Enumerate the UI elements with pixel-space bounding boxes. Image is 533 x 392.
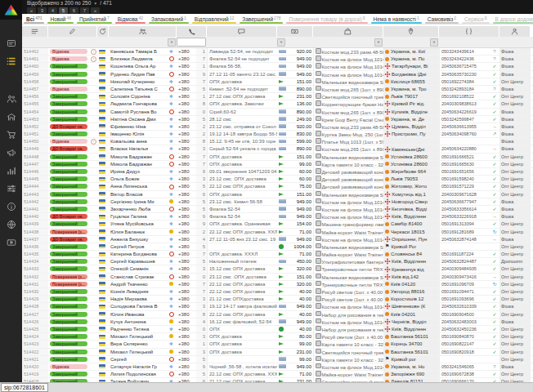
- client-phone[interactable]: +380: [177, 349, 196, 355]
- client-phone[interactable]: +380: [177, 168, 196, 175]
- client-phone[interactable]: +380: [177, 229, 196, 235]
- tracking-number[interactable]: 20400309838613: [439, 100, 490, 107]
- tracking-number[interactable]: 0503241546065: [439, 363, 490, 370]
- location-filter-dropdown[interactable]: ▼: [430, 38, 438, 47]
- page-button-7[interactable]: 7: [80, 7, 89, 14]
- name-filter-dropdown[interactable]: ▼: [168, 38, 176, 47]
- order-row[interactable]: 514457ВідмоваСалепина Татьяна С+3805Кеме…: [22, 86, 533, 93]
- tab-Нема в наявності[interactable]: Нема в наявності1: [370, 14, 423, 24]
- order-row[interactable]: 514427ЗавершенийЮлия Иванова+380822.12 с…: [22, 311, 533, 318]
- order-row[interactable]: 514441ЗавершенийЗахарченко Люба+3805Фиал…: [22, 206, 533, 213]
- tracking-number[interactable]: 0501691598240: [439, 176, 490, 182]
- tracking-number[interactable]: 0501690672838: [439, 371, 490, 377]
- client-phone[interactable]: +380: [177, 363, 196, 370]
- tab-Прийнятий[interactable]: Прийнятий7: [75, 14, 114, 24]
- tracking-number[interactable]: 0501691313394: [439, 220, 490, 227]
- client-phone[interactable]: +380: [177, 198, 196, 205]
- order-row[interactable]: 514456ЗавершенийСоломія Сідоніна✻+380127…: [22, 93, 533, 100]
- tracking-number[interactable]: 20450632483003: [439, 318, 490, 325]
- client-phone[interactable]: +380: [177, 318, 196, 325]
- client-phone[interactable]: +380: [177, 116, 196, 122]
- page-size-caret-icon[interactable]: ▼: [93, 0, 97, 7]
- column-header-edit-icon[interactable]: [48, 26, 96, 37]
- phone-filter-input[interactable]: [177, 38, 206, 47]
- tracking-number[interactable]: [439, 356, 490, 363]
- client-phone[interactable]: +380: [177, 48, 196, 55]
- tab-Відмова[interactable]: Відмова42: [114, 14, 147, 24]
- tracking-number[interactable]: [439, 243, 490, 250]
- pager-first-icon[interactable]: «: [27, 7, 36, 14]
- client-phone[interactable]: +380: [177, 145, 196, 152]
- panel-icon[interactable]: [0, 34, 22, 52]
- order-row[interactable]: 514435ЗавершенийКатерина Богданова+3807О…: [22, 251, 533, 258]
- page-button-3[interactable]: 3: [38, 7, 47, 14]
- column-header-list-icon[interactable]: [22, 26, 47, 37]
- client-phone[interactable]: +380: [177, 123, 196, 130]
- client-phone[interactable]: +380: [177, 288, 196, 295]
- tab-Запакований[interactable]: Запакований1: [147, 14, 190, 24]
- column-header-bag-icon[interactable]: [313, 26, 383, 37]
- client-phone[interactable]: +380: [177, 206, 196, 212]
- client-phone[interactable]: +380: [177, 78, 196, 85]
- tracking-number[interactable]: 0501691651656: [439, 168, 490, 175]
- tracking-number[interactable]: 0503243439614: [439, 48, 490, 55]
- tracking-number[interactable]: 0501691665630: [439, 161, 490, 167]
- client-phone[interactable]: +380: [177, 326, 196, 332]
- tracking-number[interactable]: 0501690840870: [439, 333, 490, 340]
- order-row[interactable]: 514436ЗавершенийСергей Петров✻+38051004.…: [22, 243, 533, 251]
- client-phone[interactable]: +380: [177, 303, 196, 310]
- video-icon[interactable]: [0, 234, 22, 252]
- order-row[interactable]: 514422ЗавершенийМихаил Гилецький+3803ОПХ…: [22, 349, 533, 356]
- tracking-number[interactable]: 20450634220880: [439, 145, 490, 152]
- tab-Новий[interactable]: Новий48: [46, 14, 75, 24]
- client-phone[interactable]: +380: [177, 371, 196, 377]
- tracking-number[interactable]: 0501691093696: [439, 296, 490, 302]
- client-phone[interactable]: +380: [177, 274, 196, 280]
- column-header-brackets-icon[interactable]: [439, 26, 499, 37]
- order-row[interactable]: 514419ЗавершенийЛилия Подолинская+380522…: [22, 371, 533, 378]
- order-row[interactable]: 514461Відмова!Близнюк Людмила+3807Фиалка…: [22, 56, 533, 63]
- client-phone[interactable]: +380: [177, 56, 196, 62]
- client-phone[interactable]: +380: [177, 356, 196, 363]
- tracking-number[interactable]: 20400309671628: [439, 191, 490, 198]
- product-filter-dropdown[interactable]: ▼: [374, 38, 383, 47]
- tune-icon[interactable]: [0, 180, 22, 198]
- tracking-number[interactable]: 20450632450236: [439, 326, 490, 332]
- column-header-refresh-icon[interactable]: [97, 26, 108, 37]
- order-row[interactable]: 514458ЗавершенийНиколай Кучеренко✻+3807О…: [22, 78, 533, 86]
- tab-Сервіси[interactable]: Сервіси0: [460, 14, 490, 24]
- orders-list-icon[interactable]: [0, 52, 22, 70]
- pager-last-icon[interactable]: »: [91, 7, 100, 14]
- order-row[interactable]: 514462Відмова!Каневська Тамара Б✻+3801Ла…: [22, 48, 533, 56]
- cart-icon[interactable]: [0, 126, 22, 144]
- order-row[interactable]: 514452ДО Возврат ок.Єфименко Ніна✻+38022…: [22, 123, 533, 131]
- order-row[interactable]: 514451ЗавершенийІващенко Юлія✻+380219.12…: [22, 131, 533, 138]
- client-phone[interactable]: +380: [177, 176, 196, 182]
- tracking-number[interactable]: 20400309473416: [439, 274, 490, 280]
- client-phone[interactable]: +380: [177, 183, 196, 189]
- client-phone[interactable]: +380: [177, 311, 196, 318]
- tracking-number[interactable]: 0501691187224: [439, 251, 490, 257]
- tracking-number[interactable]: 0503243422436: [439, 56, 490, 62]
- order-row[interactable]: 514459ЗавершенийРуденко Лидия Пав+380927…: [22, 71, 533, 78]
- stats-icon[interactable]: [0, 162, 22, 180]
- order-row[interactable]: 514460ЗавершенийКошелева Ольга Ар✻+3801Ф…: [22, 63, 533, 70]
- order-row[interactable]: 514453ЗавершенийНікітіна Оксана Дми✻+380…: [22, 116, 533, 123]
- client-phone[interactable]: +380: [177, 154, 196, 160]
- column-header-phone-icon[interactable]: [177, 26, 206, 37]
- tracking-number[interactable]: 0501690822147: [439, 341, 490, 347]
- tracking-number[interactable]: 20450633226918: [439, 213, 490, 220]
- tracking-number[interactable]: 0501691281689: [439, 229, 490, 235]
- tracking-number[interactable]: 0501692274384: [439, 78, 490, 85]
- tracking-number[interactable]: 20450632610339: [439, 303, 490, 310]
- order-row[interactable]: 514432Повернення (з...Станіслав Стрижак+…: [22, 274, 533, 281]
- client-phone[interactable]: +380: [177, 251, 196, 257]
- client-phone[interactable]: +380: [177, 86, 196, 92]
- order-row[interactable]: 514431Повернення (з...Андрій Ткаченко+38…: [22, 281, 533, 288]
- tab-В дорозі додому[interactable]: В дорозі додому0: [491, 14, 533, 24]
- order-row[interactable]: 514445ЗавершенийОльга Божик✻+380323.12 с…: [22, 176, 533, 183]
- order-row[interactable]: 514425ЗавершенийРадченко Тетяна✻+3800ОПХ…: [22, 326, 533, 333]
- order-row[interactable]: 514454ЗавершенийСамотій Руслана Во+3800С…: [22, 109, 533, 116]
- tracking-number[interactable]: 0501690820918: [439, 349, 490, 355]
- order-row[interactable]: 514437ДО Возврат ок.Анжела Безушку✻+3804…: [22, 236, 533, 243]
